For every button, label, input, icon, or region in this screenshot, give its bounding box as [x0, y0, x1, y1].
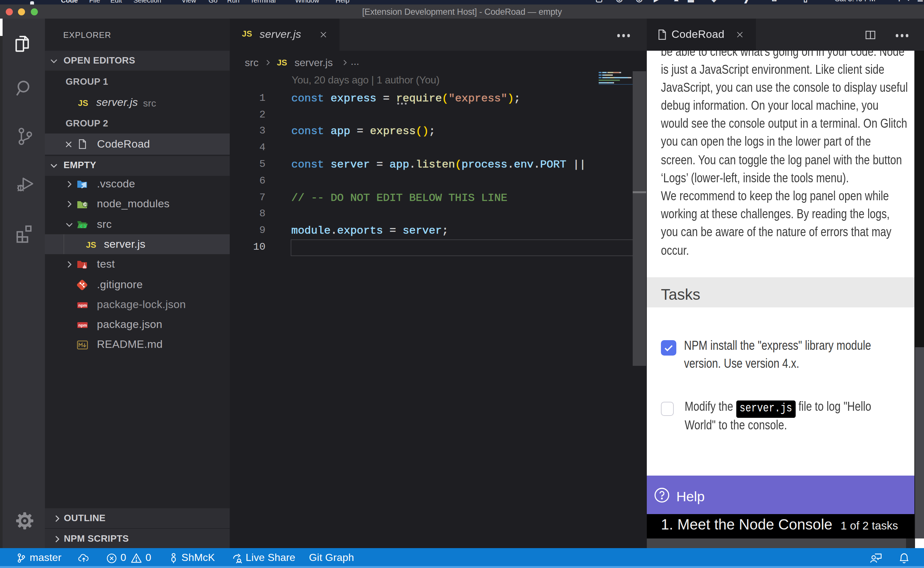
svg-text:npm: npm: [78, 303, 87, 307]
svg-text:JS: JS: [84, 202, 87, 206]
svg-text:npm: npm: [78, 323, 87, 328]
